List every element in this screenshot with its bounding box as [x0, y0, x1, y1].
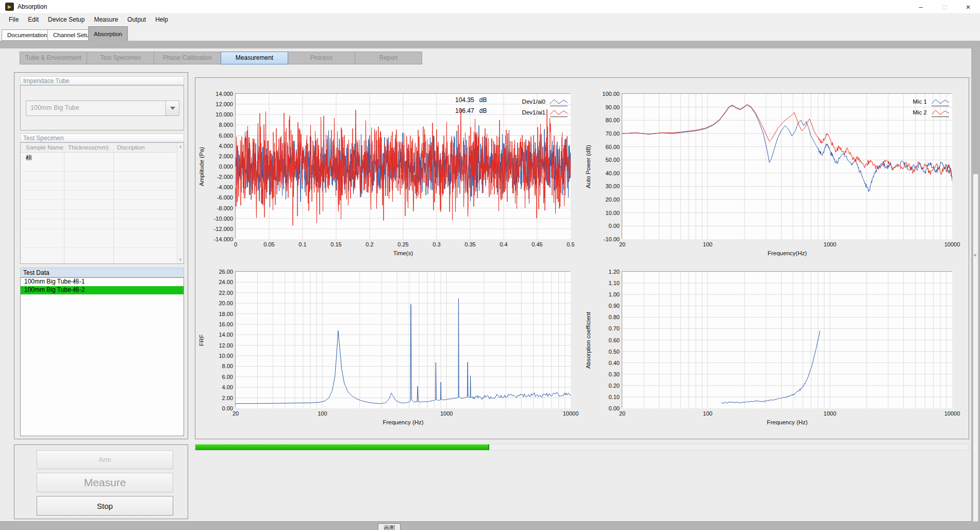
menu-item-file[interactable]: File: [4, 14, 23, 25]
y-axis-tick-label: 80.00: [594, 117, 620, 123]
x-axis-tick-label: 10000: [563, 410, 579, 417]
auto-power-chart: 100.0090.0080.0070.0060.0050.0040.0030.0…: [622, 93, 952, 239]
x-axis-tick-label: 0: [234, 241, 237, 247]
legend-zigzag: [932, 110, 949, 114]
legend-line-icon: [931, 108, 950, 118]
tube-select-arrow-button[interactable]: [165, 101, 179, 115]
test-specimen-table[interactable]: Sample Name Thickness(mm) Discription 棉 …: [20, 142, 184, 264]
test-data-list[interactable]: 100mm Big Tube-棉-1 100mm Big Tube-棉-2: [20, 277, 184, 436]
readout-unit: dB: [479, 107, 487, 114]
test-data-header: Test Data: [20, 268, 184, 277]
specimen-table-body[interactable]: 棉: [21, 153, 177, 263]
y-axis-tick-label: 22.00: [207, 290, 233, 296]
plot-legend: Dev1/ai0Dev1/ai1: [522, 96, 569, 118]
scroll-down-icon[interactable]: ∨: [177, 257, 184, 262]
app-icon: ▶: [5, 3, 14, 11]
x-axis-title: Time(s): [393, 250, 413, 256]
x-axis-title: Frequency (Hz): [767, 419, 807, 425]
y-axis-tick-label: -6.000: [207, 194, 233, 201]
menu-item-edit[interactable]: Edit: [23, 14, 43, 25]
y-axis-title: Amplitude (Pa): [196, 94, 207, 239]
tab-absorption[interactable]: Absorption: [88, 26, 128, 41]
menu-item-output[interactable]: Output: [123, 14, 151, 25]
legend-item[interactable]: Dev1/ai0: [522, 96, 569, 107]
legend-item[interactable]: Dev1/ai1: [522, 107, 569, 118]
y-axis-tick-label: 6.000: [207, 132, 233, 139]
y-axis-tick-label: 90.00: [594, 104, 620, 110]
x-axis-tick-label: 0.4: [500, 241, 507, 247]
column-discription: Discription: [117, 143, 145, 152]
specimen-row-sample-name[interactable]: 棉: [26, 154, 32, 162]
x-axis-tick-label: 20: [232, 410, 239, 417]
y-axis-tick-label: 70.00: [594, 130, 620, 137]
x-axis-tick-label: 20: [619, 241, 625, 247]
legend-label: Dev1/ai0: [522, 98, 545, 105]
arm-button[interactable]: Arm: [37, 450, 173, 469]
stage-tab-bar: Tube & Environment Test Specimen Phase C…: [20, 52, 422, 65]
y-axis-tick-label: 0.90: [594, 303, 620, 309]
menu-item-device-setup[interactable]: Device Setup: [43, 14, 89, 25]
menu-item-help[interactable]: Help: [151, 14, 173, 25]
time-waveform-chart: 14.00012.00010.0008.0006.0004.0002.0000.…: [235, 93, 570, 239]
legend-label: Mic 1: [913, 98, 927, 105]
y-axis-tick-label: 20.00: [594, 196, 620, 203]
legend-label: Mic 2: [913, 109, 927, 115]
y-axis-tick-label: 0.10: [594, 394, 620, 400]
legend-item[interactable]: Mic 1: [913, 96, 950, 107]
measurement-progress-bar: [195, 444, 969, 451]
subtab-phase-calibration[interactable]: Phase Calibration: [154, 52, 221, 64]
main-tab-bar: Documentation Channel Setup Absorption: [0, 25, 980, 41]
bottom-tab-draw[interactable]: 画图: [378, 523, 401, 530]
legend-zigzag: [550, 100, 568, 104]
subtab-process[interactable]: Process: [288, 52, 355, 64]
legend-item[interactable]: Mic 2: [913, 107, 950, 118]
specimen-table-scrollbar[interactable]: ∧ ∨: [177, 143, 184, 263]
impedance-tube-header: Impendace Tube: [20, 76, 184, 85]
y-axis-tick-label: 0.00: [594, 223, 620, 229]
y-axis-tick-label: 40.00: [594, 170, 620, 176]
scroll-up-icon[interactable]: ∧: [177, 144, 184, 149]
menu-item-measure[interactable]: Measure: [89, 14, 123, 25]
y-axis-tick-label: 0.60: [594, 337, 620, 343]
level-readout: 104.35dB: [455, 96, 487, 107]
subtab-tube-environment[interactable]: Tube & Environment: [20, 52, 87, 64]
title-bar: ▶ Absorption – □ ✕: [0, 0, 980, 14]
y-axis-tick-label: -8.000: [207, 205, 233, 211]
tube-select-value: 100mm Big Tube: [26, 101, 165, 115]
maximize-button[interactable]: □: [933, 0, 956, 14]
y-axis-title: FRF: [196, 272, 207, 408]
tab-documentation[interactable]: Documentation: [2, 29, 53, 41]
close-button[interactable]: ✕: [956, 0, 980, 14]
legend-line-icon: [931, 97, 950, 107]
y-axis-tick-label: 0.20: [594, 383, 620, 389]
page-content: Tube & Environment Test Specimen Phase C…: [0, 48, 971, 522]
subtab-test-specimen[interactable]: Test Specimen: [87, 52, 154, 64]
measure-button[interactable]: Measure: [37, 473, 173, 492]
test-data-item-selected[interactable]: 100mm Big Tube-棉-2: [21, 286, 184, 294]
y-axis-tick-label: -2.000: [207, 174, 233, 180]
y-axis-tick-label: 1.00: [594, 291, 620, 297]
legend-zigzag: [932, 100, 949, 104]
minimize-button[interactable]: –: [909, 0, 933, 14]
y-axis-title-text: Auto Power (dB): [585, 145, 591, 188]
tube-select-dropdown[interactable]: 100mm Big Tube: [26, 101, 179, 116]
side-expander[interactable]: <: [973, 174, 978, 522]
y-axis-tick-label: 20.00: [207, 300, 233, 306]
impedance-tube-group: 100mm Big Tube: [20, 85, 184, 130]
plot-legend: Mic 1Mic 2: [913, 96, 950, 118]
test-data-item[interactable]: 100mm Big Tube-棉-1: [21, 278, 184, 286]
window-controls: – □ ✕: [909, 0, 980, 14]
x-axis-tick-label: 20: [619, 410, 625, 417]
stop-button[interactable]: Stop: [37, 496, 173, 516]
y-axis-tick-label: 12.00: [207, 342, 233, 349]
x-axis-tick-label: 0.25: [397, 241, 408, 247]
x-axis-tick-label: 0.2: [366, 241, 373, 247]
subtab-report[interactable]: Report: [355, 52, 422, 64]
y-axis-tick-label: 0.70: [594, 325, 620, 332]
y-axis-tick-label: 1.20: [594, 269, 620, 275]
y-axis-title-text: Amplitude (Pa): [198, 147, 205, 186]
y-axis-tick-label: 0.00: [594, 405, 620, 411]
y-axis-title: Absorption coefficient: [583, 272, 593, 408]
subtab-measurement[interactable]: Measurement: [221, 52, 288, 64]
window-title: Absorption: [18, 3, 47, 10]
